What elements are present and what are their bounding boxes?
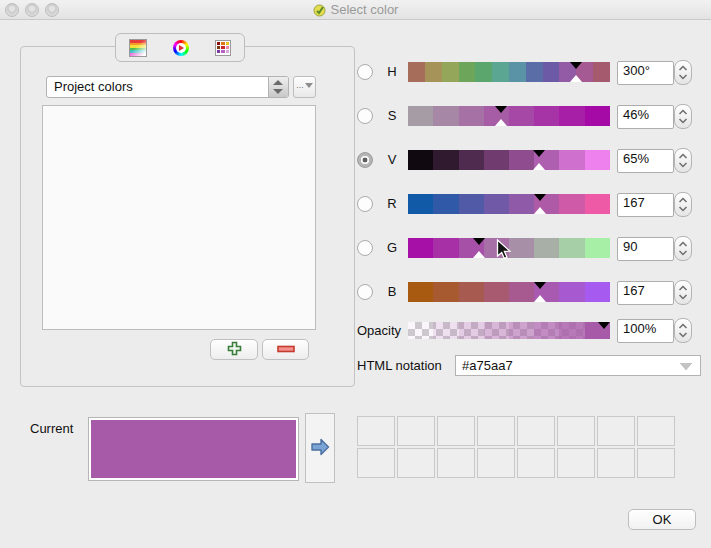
- swatch-cell[interactable]: [357, 416, 395, 446]
- swatch-cell[interactable]: [597, 416, 635, 446]
- label-b: B: [384, 284, 400, 299]
- radio-g[interactable]: [357, 240, 373, 256]
- remove-color-button[interactable]: [262, 339, 309, 360]
- radio-s[interactable]: [357, 108, 373, 124]
- slider-marker-top[interactable]: [534, 282, 546, 289]
- swatch-cell[interactable]: [397, 416, 435, 446]
- slider-marker-top[interactable]: [473, 238, 485, 245]
- slider-red[interactable]: [408, 194, 610, 214]
- label-h: H: [384, 64, 400, 79]
- add-current-to-swatches-button[interactable]: [305, 413, 335, 483]
- recent-swatches-grid: [357, 416, 675, 478]
- palette-scheme-select[interactable]: Project colors: [46, 76, 289, 98]
- value-b[interactable]: 167: [617, 281, 674, 305]
- add-color-button[interactable]: [210, 339, 258, 360]
- current-color-frame: [88, 417, 299, 481]
- tab-color-swatches[interactable]: [215, 40, 231, 56]
- html-notation-label: HTML notation: [357, 358, 442, 373]
- palette-more-button[interactable]: ...: [293, 76, 316, 98]
- chevron-down-icon: [273, 89, 283, 94]
- slider-opacity[interactable]: [408, 322, 610, 339]
- value-s[interactable]: 46%: [617, 105, 674, 129]
- value-g[interactable]: 90: [617, 237, 674, 261]
- stepper-b[interactable]: [674, 280, 692, 305]
- palette-scheme-value: Project colors: [54, 79, 133, 94]
- slider-marker-bottom: [570, 75, 582, 82]
- swatch-cell[interactable]: [637, 448, 675, 478]
- minus-icon: [277, 342, 295, 357]
- opacity-label: Opacity: [357, 323, 401, 338]
- value-r[interactable]: 167: [617, 193, 674, 217]
- swatch-cell[interactable]: [637, 416, 675, 446]
- dropdown-arrow-icon: [305, 83, 313, 88]
- swatch-cell[interactable]: [437, 416, 475, 446]
- ok-button[interactable]: OK: [628, 509, 696, 530]
- stepper-r[interactable]: [674, 192, 692, 217]
- radio-b[interactable]: [357, 284, 373, 300]
- slider-marker-top[interactable]: [570, 62, 582, 69]
- slider-value[interactable]: [408, 150, 610, 170]
- select-color-dialog: Select color Project colors ...: [0, 0, 711, 548]
- slider-marker-bottom: [495, 119, 507, 126]
- stepper-h[interactable]: [674, 60, 692, 85]
- titlebar: Select color: [0, 0, 711, 20]
- swatch-cell[interactable]: [597, 448, 635, 478]
- value-v[interactable]: 65%: [617, 149, 674, 173]
- swatch-cell[interactable]: [517, 416, 555, 446]
- current-label: Current: [30, 421, 73, 436]
- slider-marker-bottom: [534, 207, 546, 214]
- label-v: V: [384, 152, 400, 167]
- swatch-cell[interactable]: [477, 448, 515, 478]
- slider-marker-top[interactable]: [534, 194, 546, 201]
- tab-color-wheel[interactable]: [173, 40, 189, 56]
- palette-color-list[interactable]: [42, 105, 316, 330]
- stepper-opacity[interactable]: [674, 318, 692, 343]
- slider-marker-top[interactable]: [533, 150, 545, 157]
- dropdown-arrow-icon[interactable]: [680, 363, 692, 370]
- radio-v[interactable]: [357, 152, 373, 168]
- label-r: R: [384, 196, 400, 211]
- swatch-cell[interactable]: [357, 448, 395, 478]
- html-notation-value: #a75aa7: [462, 358, 513, 373]
- label-s: S: [384, 108, 400, 123]
- stepper-v[interactable]: [674, 148, 692, 173]
- stepper-g[interactable]: [674, 236, 692, 261]
- swatch-cell[interactable]: [477, 416, 515, 446]
- html-notation-field[interactable]: #a75aa7: [455, 355, 701, 376]
- slider-marker-bottom: [534, 295, 546, 302]
- swatch-cell[interactable]: [557, 416, 595, 446]
- tab-color-box[interactable]: [129, 39, 147, 57]
- value-h[interactable]: 300°: [617, 61, 674, 85]
- window-title: Select color: [0, 2, 711, 20]
- view-tabbar: [115, 33, 245, 62]
- select-stepper[interactable]: [268, 77, 288, 97]
- radio-r[interactable]: [357, 196, 373, 212]
- window-title-text: Select color: [331, 2, 399, 17]
- slider-marker-bottom: [533, 163, 545, 170]
- swatch-cell[interactable]: [397, 448, 435, 478]
- chevron-up-icon: [273, 80, 283, 85]
- value-opacity[interactable]: 100%: [617, 319, 674, 343]
- blue-arrow-right-icon: [309, 436, 331, 461]
- swatch-cell[interactable]: [557, 448, 595, 478]
- slider-hue[interactable]: [408, 62, 610, 82]
- slider-marker-top[interactable]: [598, 322, 610, 329]
- slider-marker-bottom: [473, 251, 485, 258]
- stepper-s[interactable]: [674, 104, 692, 129]
- slider-blue[interactable]: [408, 282, 610, 302]
- slider-saturation[interactable]: [408, 106, 610, 126]
- label-g: G: [384, 240, 400, 255]
- current-color-swatch: [91, 420, 296, 478]
- swatch-cell[interactable]: [437, 448, 475, 478]
- qgis-app-icon: [313, 4, 326, 20]
- mouse-cursor: [496, 239, 512, 264]
- slider-marker-top[interactable]: [495, 106, 507, 113]
- more-button-label: ...: [296, 80, 304, 90]
- swatch-cell[interactable]: [517, 448, 555, 478]
- plus-icon: [227, 341, 242, 359]
- radio-h[interactable]: [357, 64, 373, 80]
